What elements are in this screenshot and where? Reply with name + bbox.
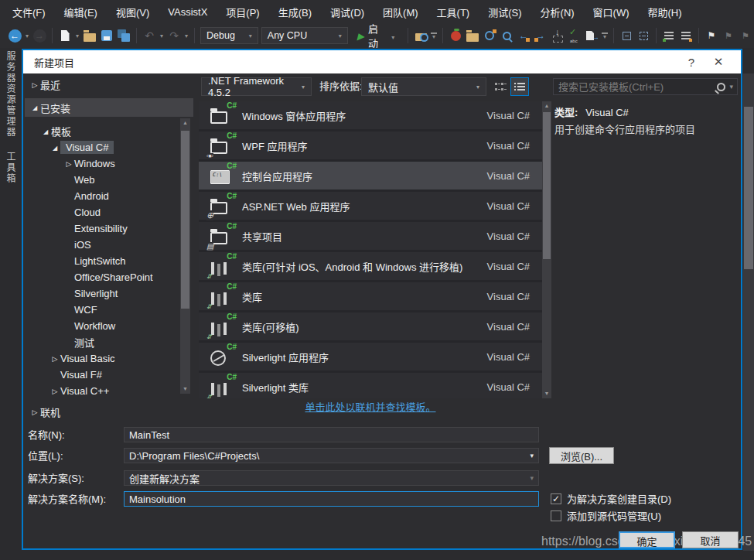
vassistx-icon[interactable] <box>447 26 464 45</box>
find-in-files-icon[interactable] <box>412 26 429 45</box>
tree-arrow-icon[interactable] <box>49 355 60 363</box>
tree-lightswitch[interactable]: LightSwitch <box>25 253 193 269</box>
menu-vassistx[interactable]: VAssistX <box>159 3 217 21</box>
spell-check-icon[interactable] <box>566 26 583 45</box>
template-classlib-portable-ios-android-windows[interactable]: 类库(可针对 iOS、Android 和 Windows 进行移植) Visua… <box>199 252 542 280</box>
new-file-icon[interactable] <box>56 26 73 45</box>
tree-ios[interactable]: iOS <box>25 237 193 253</box>
platform-combo[interactable]: Any CPU <box>261 27 348 44</box>
menu-debug[interactable]: 调试(D) <box>321 2 374 22</box>
toolbox-tab[interactable]: 工具箱 <box>4 152 17 184</box>
tree-recent[interactable]: 最近 <box>25 77 193 93</box>
menu-edit[interactable]: 编辑(E) <box>55 2 107 22</box>
goto-definition-icon[interactable] <box>549 26 566 45</box>
scrollbar-thumb[interactable] <box>181 131 189 309</box>
dropdown-caret-icon[interactable] <box>158 26 165 45</box>
dropdown-caret-icon[interactable] <box>23 26 31 45</box>
tree-arrow-icon[interactable] <box>49 388 60 395</box>
tree-arrow-icon[interactable] <box>63 160 74 168</box>
template-silverlight-classlib[interactable]: Silverlight 类库 Visual C# <box>199 373 542 398</box>
tree-silverlight[interactable]: Silverlight <box>25 285 193 302</box>
redo-icon[interactable] <box>165 26 183 45</box>
scrollbar-thumb[interactable] <box>744 107 753 269</box>
start-debug-button[interactable]: 启动 <box>353 23 404 48</box>
location-combo[interactable]: D:\Program Files\C#Projects\ <box>124 448 539 463</box>
template-classlib[interactable]: 类库 Visual C# <box>199 282 542 310</box>
tree-arrow-icon[interactable] <box>29 81 40 89</box>
menu-team[interactable]: 团队(M) <box>374 2 428 22</box>
tree-cloud[interactable]: Cloud <box>25 204 193 220</box>
close-button[interactable]: ✕ <box>707 55 730 69</box>
online-templates-link[interactable]: 单击此处以联机并查找模板。 <box>199 399 542 414</box>
scroll-up-icon[interactable] <box>180 118 190 128</box>
previous-bookmark-icon[interactable] <box>720 26 737 45</box>
open-containing-folder-icon[interactable] <box>464 26 481 45</box>
tree-visual-basic[interactable]: Visual Basic <box>25 350 193 367</box>
tree-arrow-icon[interactable] <box>40 128 51 135</box>
create-dir-checkbox[interactable]: 为解决方案创建目录(D) <box>551 491 671 506</box>
checkbox-icon[interactable] <box>551 493 561 504</box>
template-wpf[interactable]: WPF 应用程序 Visual C# <box>199 131 542 159</box>
source-control-checkbox[interactable]: 添加到源代码管理(U) <box>551 508 661 523</box>
tree-test[interactable]: 测试 <box>25 334 193 350</box>
help-button[interactable]: ? <box>676 56 707 69</box>
bookmark-icon[interactable] <box>703 26 720 45</box>
tree-workflow[interactable]: Workflow <box>25 318 193 334</box>
background-scrollbar[interactable] <box>743 73 754 551</box>
navigate-forward-member-icon[interactable] <box>532 26 549 45</box>
checkbox-icon[interactable] <box>551 510 561 521</box>
menu-test[interactable]: 测试(S) <box>479 2 531 22</box>
sort-by-combo[interactable]: 默认值 <box>361 77 486 96</box>
tree-wcf[interactable]: WCF <box>25 302 193 318</box>
save-icon[interactable] <box>98 26 115 45</box>
tree-office-sharepoint[interactable]: Office/SharePoint <box>25 269 193 285</box>
template-console[interactable]: 控制台应用程序 Visual C# <box>199 162 542 190</box>
tree-android[interactable]: Android <box>25 188 193 204</box>
navigate-back-icon[interactable] <box>6 26 23 45</box>
menu-tools[interactable]: 工具(T) <box>428 2 479 22</box>
comment-lines-icon[interactable] <box>660 26 677 45</box>
tree-arrow-icon[interactable] <box>29 104 40 111</box>
save-all-icon[interactable] <box>115 26 132 45</box>
cancel-button[interactable]: 取消 <box>682 531 739 548</box>
menu-analyze[interactable]: 分析(N) <box>531 2 584 22</box>
framework-combo[interactable]: .NET Framework 4.5.2 <box>201 77 312 96</box>
undo-icon[interactable] <box>141 26 158 45</box>
toolbar-overflow-icon[interactable] <box>429 26 438 45</box>
find-symbol-icon[interactable] <box>481 26 498 45</box>
tree-windows[interactable]: Windows <box>25 155 193 172</box>
navigate-forward-icon[interactable] <box>31 26 48 45</box>
search-caret-icon[interactable] <box>729 83 733 90</box>
menu-window[interactable]: 窗口(W) <box>584 2 639 22</box>
dropdown-caret-icon[interactable] <box>391 30 399 42</box>
collapse-outlining-icon[interactable] <box>635 26 652 45</box>
dropdown-caret-icon[interactable] <box>183 26 190 45</box>
search-box[interactable] <box>553 78 738 95</box>
tree-installed[interactable]: 已安装 <box>25 98 193 117</box>
small-icons-view-button[interactable] <box>490 77 509 96</box>
open-file-in-solution-icon[interactable] <box>583 26 600 45</box>
tree-online[interactable]: 联机 <box>25 404 193 420</box>
search-icon[interactable] <box>717 83 725 91</box>
template-silverlight-app[interactable]: Silverlight 应用程序 Visual C# <box>199 343 542 370</box>
open-file-icon[interactable] <box>81 26 98 45</box>
solution-name-input[interactable] <box>124 491 539 507</box>
project-name-input[interactable] <box>124 427 539 442</box>
menu-build[interactable]: 生成(B) <box>269 2 321 22</box>
tree-arrow-icon[interactable] <box>29 408 40 416</box>
menu-help[interactable]: 帮助(H) <box>639 2 691 22</box>
template-aspnet-web[interactable]: ASP.NET Web 应用程序 Visual C# <box>199 192 542 220</box>
scroll-down-icon[interactable] <box>180 384 190 394</box>
scroll-up-icon[interactable] <box>542 101 551 111</box>
toggle-outlining-icon[interactable] <box>618 26 635 45</box>
tree-web[interactable]: Web <box>25 172 193 188</box>
tree-templates[interactable]: 模板 <box>25 123 193 139</box>
template-list-scrollbar[interactable] <box>542 101 551 398</box>
dialog-titlebar[interactable]: 新建项目 ? ✕ <box>23 50 741 73</box>
next-bookmark-icon[interactable] <box>737 26 754 45</box>
ok-button[interactable]: 确定 <box>619 531 675 548</box>
quick-find-icon[interactable] <box>498 26 515 45</box>
toolbar-overflow-icon[interactable] <box>600 26 609 45</box>
menu-view[interactable]: 视图(V) <box>107 2 159 22</box>
tree-visual-fsharp[interactable]: Visual F# <box>25 367 193 383</box>
